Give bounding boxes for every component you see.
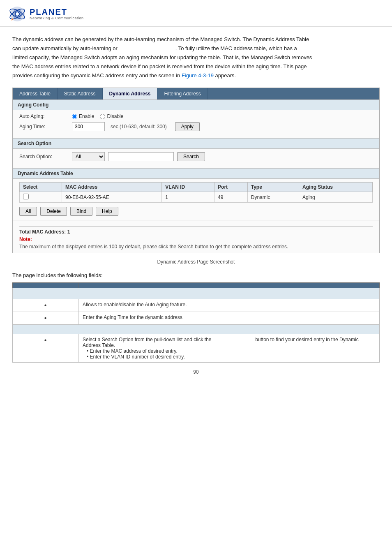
auto-aging-label: Auto Aging: xyxy=(19,113,69,119)
fields-col2-header xyxy=(78,283,380,288)
figure-caption: Dynamic Address Page Screenshot xyxy=(12,259,380,265)
apply-button[interactable]: Apply xyxy=(175,122,200,131)
fields-header-row xyxy=(13,283,380,288)
row-checkbox[interactable] xyxy=(23,194,29,199)
search-option-select[interactable]: All MAC Address VLAN ID Port xyxy=(72,152,105,161)
logo-text-area: PLANET Networking & Communication xyxy=(30,7,84,21)
intro-text-7: appears. xyxy=(215,72,236,79)
bind-button[interactable]: Bind xyxy=(70,207,92,216)
figure-link[interactable]: Figure 4-3-19 xyxy=(182,72,214,79)
aging-config-header: Aging Config xyxy=(13,99,379,110)
fields-bullet-3: • xyxy=(13,334,78,363)
cell-aging-status: Aging xyxy=(299,192,372,203)
main-content: The dynamic address can be generated by … xyxy=(0,27,392,387)
aging-time-input[interactable] xyxy=(72,122,105,131)
aging-time-label: Aging Time: xyxy=(19,124,69,130)
intro-paragraph: The dynamic address can be generated by … xyxy=(12,35,380,80)
fields-group-aging-label xyxy=(13,288,380,299)
fields-bullet-1: • xyxy=(13,299,78,312)
aging-config-section: Auto Aging: Enable Disable Aging Time: s… xyxy=(13,110,379,138)
fields-intro: The page includes the following fields: xyxy=(12,272,380,278)
fields-search-text: Select a Search Option from the pull-dow… xyxy=(78,334,380,363)
logo-planet-text: PLANET xyxy=(30,7,84,16)
search-option-header: Search Option xyxy=(13,138,379,149)
fields-table: • Allows to enable/disable the Auto Agin… xyxy=(12,282,380,363)
fields-separator-cell xyxy=(13,325,380,334)
total-section: Total MAC Address: 1 Note: The maximum o… xyxy=(13,220,379,253)
header: P PLANET Networking & Communication xyxy=(0,0,392,27)
enable-radio-label[interactable]: Enable xyxy=(72,113,94,119)
table-header-row: Select MAC Address VLAN ID Port Type Agi… xyxy=(20,183,373,192)
fields-separator xyxy=(13,325,380,334)
logo-sub-text: Networking & Communication xyxy=(30,16,84,21)
tab-static-address[interactable]: Static Address xyxy=(58,88,103,99)
disable-radio[interactable] xyxy=(100,114,105,119)
search-option-section: Search Option: All MAC Address VLAN ID P… xyxy=(13,149,379,168)
fields-col1-header xyxy=(13,283,78,288)
fields-agingtime-text: Enter the Aging Time for the dynamic add… xyxy=(78,312,380,325)
aging-time-hint: sec (10-630, default: 300) xyxy=(111,124,167,130)
intro-text-5: the MAC address entries related to a net… xyxy=(12,63,307,69)
cell-mac: 90-E6-BA-92-55-AE xyxy=(62,192,161,203)
delete-button[interactable]: Delete xyxy=(40,207,67,216)
intro-text-4: limited capacity, the Managed Switch ado… xyxy=(12,54,312,60)
svg-text:P: P xyxy=(12,18,14,21)
fields-autoaging-text: Allows to enable/disable the Auto Aging … xyxy=(78,299,380,312)
search-sub-bullets: Enter the MAC address of desired entry. … xyxy=(83,348,375,360)
all-button[interactable]: All xyxy=(19,207,37,216)
cell-vlan: 1 xyxy=(162,192,214,203)
enable-radio[interactable] xyxy=(72,114,77,119)
planet-logo-icon: P xyxy=(8,5,26,23)
col-aging-status: Aging Status xyxy=(299,183,372,192)
svg-point-5 xyxy=(16,12,19,16)
logo-area: P PLANET Networking & Communication xyxy=(8,5,84,23)
auto-aging-radio-group: Enable Disable xyxy=(72,113,123,119)
note-text: The maximum of the displayed entries is … xyxy=(19,243,373,250)
note-label: Note: xyxy=(19,236,373,242)
aging-time-row: Aging Time: sec (10-630, default: 300) A… xyxy=(19,122,373,131)
col-type: Type xyxy=(247,183,299,192)
cell-select xyxy=(20,192,62,203)
tab-address-table[interactable]: Address Table xyxy=(13,88,58,99)
intro-text-3: . To fully utilize the MAC address table… xyxy=(175,45,297,51)
search-input[interactable] xyxy=(108,152,174,161)
fields-row-autoaging: • Allows to enable/disable the Auto Agin… xyxy=(13,299,380,312)
divider xyxy=(19,226,373,227)
col-select: Select xyxy=(20,183,62,192)
cell-port: 49 xyxy=(214,192,248,203)
sub-bullet-mac: Enter the MAC address of desired entry. xyxy=(87,348,375,354)
fields-bullet-2: • xyxy=(13,312,78,325)
search-option-row: Search Option: All MAC Address VLAN ID P… xyxy=(19,152,373,161)
fields-group-aging xyxy=(13,288,380,299)
tab-row: Address Table Static Address Dynamic Add… xyxy=(13,88,379,99)
tab-filtering-address[interactable]: Filtering Address xyxy=(157,88,208,99)
sub-bullet-vlan: Enter the VLAN ID number of desired entr… xyxy=(87,354,375,360)
col-vlan: VLAN ID xyxy=(162,183,214,192)
help-button[interactable]: Help xyxy=(96,207,118,216)
table-row: 90-E6-BA-92-55-AE 1 49 Dynamic Aging xyxy=(20,192,373,203)
page-number: 90 xyxy=(12,363,380,379)
panel-box: Address Table Static Address Dynamic Add… xyxy=(12,88,380,253)
dynamic-address-table: Select MAC Address VLAN ID Port Type Agi… xyxy=(19,182,373,203)
fields-row-agingtime: • Enter the Aging Time for the dynamic a… xyxy=(13,312,380,325)
intro-text-2: can update automatically by auto-learnin… xyxy=(12,45,118,51)
table-section: Select MAC Address VLAN ID Port Type Agi… xyxy=(13,179,379,220)
intro-text-6: provides configuring the dynamic MAC add… xyxy=(12,72,180,79)
cell-type: Dynamic xyxy=(247,192,299,203)
search-button[interactable]: Search xyxy=(177,152,205,161)
table-actions: All Delete Bind Help xyxy=(19,207,373,216)
auto-aging-row: Auto Aging: Enable Disable xyxy=(19,113,373,119)
dynamic-address-table-header: Dynamic Address Table xyxy=(13,168,379,179)
disable-radio-label[interactable]: Disable xyxy=(100,113,123,119)
total-mac-label: Total MAC Address: 1 xyxy=(19,229,373,235)
intro-text-1: The dynamic address can be generated by … xyxy=(12,36,309,42)
search-option-label: Search Option: xyxy=(19,154,69,160)
col-mac: MAC Address xyxy=(62,183,161,192)
tab-dynamic-address[interactable]: Dynamic Address xyxy=(103,88,158,99)
fields-row-search: • Select a Search Option from the pull-d… xyxy=(13,334,380,363)
table-body: 90-E6-BA-92-55-AE 1 49 Dynamic Aging xyxy=(20,192,373,203)
col-port: Port xyxy=(214,183,248,192)
